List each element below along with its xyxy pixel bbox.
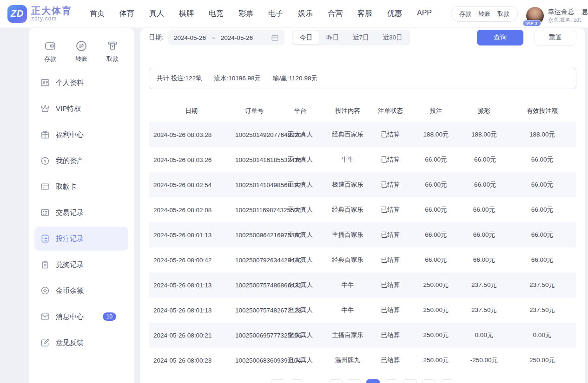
pagination-page-button[interactable] [271,379,284,383]
card-icon [40,182,50,192]
cell-status: 已结算 [369,247,412,273]
filter-row: 日期: 2024-05-26 ~ 2024-05-26 今日昨日近7日近30日 … [149,30,576,45]
pagination-page-button[interactable] [385,379,398,383]
quick-action-label: 转账 [75,55,87,63]
cell-payout: -250.00元 [460,348,508,373]
column-header: 平台 [274,100,326,122]
search-button[interactable]: 查询 [477,30,523,45]
sidebar-menu-item[interactable]: 金币余额 [34,279,128,303]
cell-bet-content: 经典百家乐 [326,197,369,222]
nav-item[interactable]: 首页 [90,9,105,19]
column-header: 投注 [412,100,460,122]
pagination-page-button[interactable] [366,379,380,383]
pagination-page-button[interactable] [403,379,417,383]
nav-item[interactable]: 电子 [268,9,283,19]
cell-bet-content: 温州牌九 [326,348,369,373]
cell-status: 已结算 [369,222,412,247]
quick-action[interactable]: 存款 [44,40,56,63]
transfer-icon [75,40,87,52]
nav-item[interactable]: 电竞 [209,9,224,19]
wallet-action[interactable]: 存款 [459,10,471,18]
nav-item[interactable]: 优惠 [387,9,402,19]
nav-item[interactable]: 娱乐 [298,9,313,19]
cell-date: 2024-05-26 08:01:13 [149,298,234,323]
date-range-input[interactable]: 2024-05-26 ~ 2024-05-26 [168,30,284,45]
cell-date: 2024-05-26 08:00:42 [149,247,234,273]
feedback-icon [40,338,50,348]
sidebar-menu-item[interactable]: 个人资料 [34,71,128,95]
cell-date: 2024-05-26 08:02:08 [149,197,234,222]
nav-item[interactable]: 棋牌 [179,9,194,19]
brand-logo[interactable]: ZD 正大体育 zdty.com [7,5,72,23]
sidebar-menu-item-label: 意见反馈 [56,338,84,347]
bet-records-table: 日期订单号平台投注内容注单状态投注派彩有效投注额 2024-05-26 08:0… [149,100,576,373]
nav-item[interactable]: 彩票 [238,9,253,19]
transactions-icon [40,208,50,218]
cell-valid-amount: 250.00元 [508,348,576,373]
date-range-separator: ~ [211,34,215,41]
quick-range-chip[interactable]: 近30日 [376,31,409,44]
cell-bet-amount: 66.00元 [412,222,460,247]
cell-payout: 66.00元 [460,197,508,222]
main-nav: 首页体育真人棋牌电竞彩票电子娱乐合营客服优惠APP [90,9,432,19]
cell-valid-amount: 188.00元 [508,122,576,147]
table-row: 2024-05-26 08:03:28 1002501492077649920 … [149,122,576,147]
wallet-actions-pill: 存款转账取款 [451,6,518,22]
cell-bet-amount: 66.00元 [412,147,460,172]
cell-date: 2024-05-26 08:03:28 [149,122,234,147]
cell-valid-amount: 237.50元 [508,298,576,323]
sidebar-menu-item[interactable]: 投注记录 [34,227,128,251]
brand-domain: zdty.com [31,16,72,22]
cell-order-id: 1002501169874325504 [234,197,274,222]
pagination-page-button[interactable] [308,379,324,383]
cell-payout: 66.00元 [460,222,508,247]
quick-range-chip[interactable]: 近7日 [346,31,376,44]
cell-bet-content: 极速百家乐 [326,172,369,197]
pagination-page-button[interactable] [422,379,436,383]
reset-button[interactable]: 重置 [535,30,576,45]
quick-range-chip[interactable]: 昨日 [320,31,345,44]
cell-bet-amount: 66.00元 [412,247,460,273]
user-domain-note: 永久域名: zdt [548,16,588,24]
sidebar-menu-item[interactable]: 我的资产 [34,149,128,173]
summary-segment: 输/赢:1120.98元 [273,74,317,83]
pagination-page-button[interactable] [329,379,343,383]
sidebar-menu-item[interactable]: 交易记录 [34,201,128,225]
sidebar-menu-item[interactable]: 福利中心 [34,123,128,147]
nav-item[interactable]: 合营 [328,9,343,19]
sidebar-menu-item[interactable]: 意见反馈 [34,331,128,355]
cell-payout: 188.00元 [460,122,508,147]
sidebar-menu-item[interactable]: 兑奖记录 [34,253,128,277]
sidebar-menu-item-label: 兑奖记录 [56,260,84,269]
welfare-icon [40,130,50,140]
cell-order-id: 1002500695777325056 [234,323,274,348]
wallet-action[interactable]: 转账 [478,10,490,18]
pagination-page-button[interactable] [441,379,454,383]
date-filter-label: 日期: [149,33,164,42]
pagination-page-button[interactable] [348,379,361,383]
quick-range-chip[interactable]: 今日 [293,31,319,44]
table-row: 2024-05-26 08:01:13 1002500757486866432 … [149,273,576,298]
quick-action[interactable]: 取款 [106,40,119,63]
pagination-page-button[interactable] [290,379,303,383]
cell-order-id: 1002500964216975360 [234,222,274,247]
wallet-action[interactable]: 取款 [497,10,509,18]
cell-status: 已结算 [369,348,412,373]
user-area[interactable]: VIP 3 幸运金总 息 永久域名: zdt [526,3,588,25]
cell-order-id: 1002500792634429440 [234,247,274,273]
quick-action[interactable]: 转账 [75,40,87,63]
cell-valid-amount: 66.00元 [508,197,576,222]
cell-valid-amount: 0.00元 [508,323,576,348]
table-row: 2024-05-26 08:03:26 1002501416185532416 … [149,147,576,172]
sidebar-menu-item[interactable]: VIP特权 [34,97,128,121]
sidebar-menu-item[interactable]: 消息中心 10 [34,305,128,329]
vip-icon [40,104,50,114]
nav-item[interactable]: APP [417,9,432,19]
sidebar-menu-item[interactable]: 取款卡 [34,175,128,199]
nav-item[interactable]: 体育 [119,9,134,19]
top-header: ZD 正大体育 zdty.com 首页体育真人棋牌电竞彩票电子娱乐合营客服优惠A… [0,0,588,28]
nav-item[interactable]: 真人 [149,9,164,19]
sidebar-menu-item-label: 投注记录 [56,234,84,243]
deposit-icon [44,40,56,52]
nav-item[interactable]: 客服 [357,9,372,19]
